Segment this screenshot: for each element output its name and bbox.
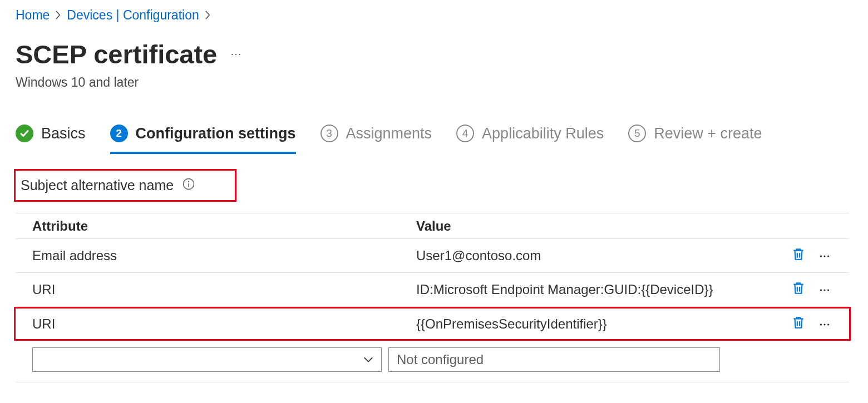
step-assignments[interactable]: 3 Assignments: [320, 125, 432, 148]
delete-button[interactable]: [791, 248, 806, 263]
step-label: Applicability Rules: [482, 125, 604, 142]
more-icon: ⋯: [819, 249, 831, 262]
san-value-cell: {{OnPremisesSecurityIdentifier}}: [406, 316, 781, 332]
step-label: Configuration settings: [136, 125, 296, 142]
chevron-down-icon: [363, 355, 373, 365]
san-value-input[interactable]: Not configured: [388, 347, 720, 372]
step-review-create[interactable]: 5 Review + create: [628, 125, 762, 148]
step-label: Assignments: [346, 125, 432, 142]
info-icon[interactable]: [183, 178, 195, 193]
row-more-button[interactable]: ⋯: [818, 282, 832, 297]
step-number-badge: 3: [320, 125, 338, 142]
breadcrumb-home[interactable]: Home: [16, 8, 50, 22]
san-attribute-cell: URI: [22, 316, 406, 332]
row-more-button[interactable]: ⋯: [818, 317, 832, 331]
page-title: SCEP certificate: [16, 39, 217, 69]
placeholder-text: Not configured: [397, 352, 484, 367]
san-new-row: Not configured: [16, 347, 849, 372]
san-table: Attribute Value Email addressUser1@conto…: [16, 213, 849, 372]
san-attribute-select[interactable]: [32, 347, 382, 372]
step-number-badge: 2: [110, 125, 128, 142]
san-value-cell: ID:Microsoft Endpoint Manager:GUID:{{Dev…: [406, 282, 781, 297]
trash-icon: [791, 281, 806, 298]
san-attribute-cell: URI: [22, 282, 406, 297]
section-subject-alternative-name: Subject alternative name: [14, 169, 236, 202]
breadcrumb-devices-configuration[interactable]: Devices | Configuration: [67, 8, 199, 22]
step-basics[interactable]: Basics: [16, 125, 86, 148]
more-icon[interactable]: ⋯: [230, 47, 243, 61]
chevron-right-icon: [205, 10, 211, 22]
step-applicability-rules[interactable]: 4 Applicability Rules: [456, 125, 604, 148]
san-attribute-cell: Email address: [22, 248, 406, 263]
table-row: URI{{OnPremisesSecurityIdentifier}}⋯: [14, 307, 851, 341]
step-number-badge: 5: [628, 125, 646, 142]
table-header-attribute: Attribute: [22, 218, 406, 234]
san-value-cell: User1@contoso.com: [406, 248, 781, 263]
table-row: URIID:Microsoft Endpoint Manager:GUID:{{…: [16, 273, 849, 307]
more-icon: ⋯: [819, 283, 831, 296]
step-number-badge: 4: [456, 125, 474, 142]
page-subtitle: Windows 10 and later: [16, 75, 868, 90]
wizard-stepper: Basics 2 Configuration settings 3 Assign…: [16, 125, 868, 148]
breadcrumb: Home Devices | Configuration: [16, 8, 868, 22]
check-icon: [16, 125, 33, 142]
step-label: Review + create: [654, 125, 762, 142]
trash-icon: [791, 247, 806, 265]
delete-button[interactable]: [791, 317, 806, 331]
step-label: Basics: [41, 125, 86, 142]
svg-point-1: [188, 181, 189, 182]
table-row: Email addressUser1@contoso.com⋯: [16, 239, 849, 273]
chevron-right-icon: [55, 10, 61, 22]
trash-icon: [791, 315, 806, 333]
more-icon: ⋯: [819, 317, 831, 331]
delete-button[interactable]: [791, 282, 806, 297]
table-header-row: Attribute Value: [16, 213, 849, 239]
table-header-value: Value: [406, 218, 781, 234]
section-title: Subject alternative name: [21, 177, 174, 193]
step-configuration-settings[interactable]: 2 Configuration settings: [110, 125, 296, 154]
row-more-button[interactable]: ⋯: [818, 248, 832, 263]
